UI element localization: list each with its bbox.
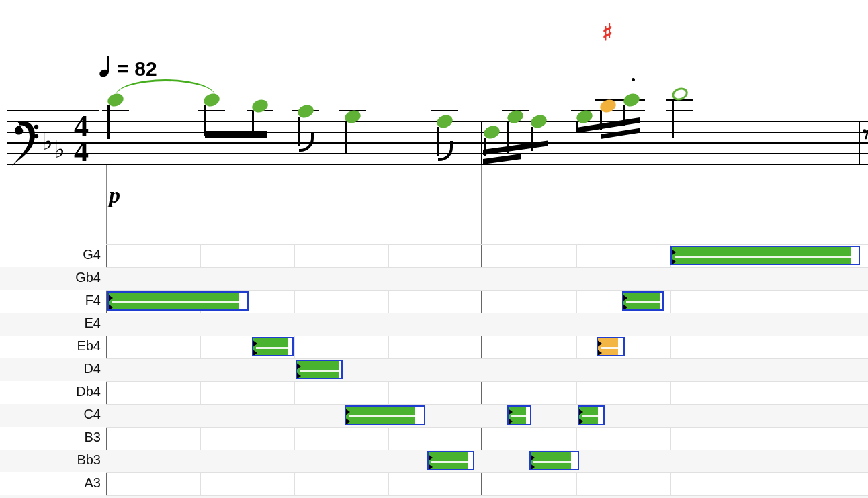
flag-icon [299,132,310,152]
roll-row-Eb4[interactable]: Eb4 [0,336,868,358]
ledger [666,110,693,111]
roll-row-label: A3 [0,475,106,491]
tempo-marking[interactable]: = 82 [101,58,157,81]
barline-2 [859,121,860,165]
roll-row-Gb4[interactable]: Gb4 [0,267,868,290]
roll-row-label: Db4 [0,384,106,399]
roll-row-label: E4 [0,315,106,331]
stem [623,105,625,126]
roll-row-label: Eb4 [0,338,106,354]
roll-note-6[interactable] [507,405,531,425]
staff-notation: ♭ ♭ 4 4 𝄾 = 82 ♯ p [0,0,868,188]
stem [576,122,578,133]
stem [600,111,602,130]
roll-row-A3[interactable]: A3 [0,472,868,495]
sharp-annotation: ♯ [602,19,613,46]
roll-note-2[interactable] [296,360,343,379]
dynamic-marking[interactable]: p [109,183,120,208]
roll-row-label: B3 [0,430,106,445]
roll-row-B3[interactable]: B3 [0,427,868,450]
time-signature: 4 4 [74,113,87,164]
roll-note-10[interactable] [622,291,664,311]
roll-row-D4[interactable]: D4 [0,358,868,381]
stem [672,99,674,138]
time-sig-bottom: 4 [74,139,87,164]
stem [531,127,533,151]
tie [116,79,215,108]
roll-row-label: C4 [0,407,106,422]
flag-icon [438,141,449,161]
roll-note-4[interactable] [427,451,474,470]
roll-note-8[interactable] [578,405,605,425]
barline-1 [481,121,482,165]
piano-roll[interactable]: G4Gb4F4E4Eb4D4Db4C4B3Bb3A3Ab3G3 [0,244,868,498]
svg-point-1 [34,134,38,138]
staff-line-5 [7,164,868,165]
roll-row-C4[interactable]: C4 [0,404,868,427]
key-flat-2: ♭ [54,136,65,164]
tempo-label: = 82 [117,58,157,80]
ledger [618,110,645,111]
roll-row-E4[interactable]: E4 [0,313,868,336]
roll-note-3[interactable] [345,405,425,425]
roll-row-label: F4 [0,293,106,308]
bass-clef [9,116,39,170]
roll-row-label: G4 [0,247,106,262]
roll-note-0[interactable] [107,291,249,311]
roll-note-9[interactable] [597,337,625,356]
ledger [198,110,225,111]
stem [204,105,206,136]
beam-a [205,131,267,138]
roll-row-label: D4 [0,361,106,377]
ledger [431,110,458,111]
roll-row-label: Bb3 [0,452,106,468]
stem [107,105,110,139]
roll-note-11[interactable] [670,246,860,265]
roll-row-label: Gb4 [0,270,106,285]
ledger [102,110,129,111]
roll-note-7[interactable] [529,451,579,470]
staccato-dot [632,78,635,81]
stem [252,111,254,136]
stem [507,122,509,154]
beam-c-2 [601,128,640,139]
key-flat-1: ♭ [42,128,53,156]
svg-point-0 [34,125,38,129]
roll-row-Db4[interactable]: Db4 [0,381,868,404]
roll-row-Ab3[interactable]: Ab3 [0,495,868,498]
beam-b-2 [483,154,521,164]
roll-note-1[interactable] [252,337,294,356]
stem [345,122,347,154]
stem [484,138,486,156]
